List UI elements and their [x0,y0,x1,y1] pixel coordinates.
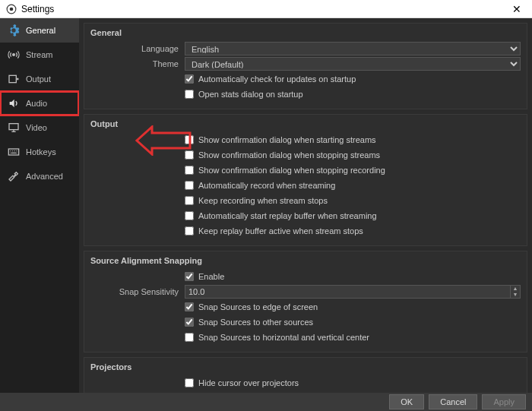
sidebar-item-label: Hotkeys [26,147,56,156]
section-snapping: Source Alignment Snapping Enable Snap Se… [84,251,527,353]
svg-point-2 [13,54,15,56]
broadcast-icon [8,49,20,61]
keep-recording-label: Keep recording when stream stops [198,196,328,205]
sidebar-item-label: Advanced [26,172,63,181]
theme-label: Theme [90,59,185,68]
keyboard-icon [8,146,20,158]
svg-rect-4 [9,124,18,130]
app-logo-icon [6,4,17,14]
sidebar-item-audio[interactable]: Audio [0,91,79,115]
sidebar-item-video[interactable]: Video [0,115,79,140]
confirm-stop-checkbox[interactable] [185,150,194,160]
apply-button[interactable]: Apply [482,394,526,409]
sidebar-item-advanced[interactable]: Advanced [0,164,79,188]
snap-sensitivity-label: Snap Sensitivity [90,287,185,296]
monitor-icon [8,122,20,134]
open-stats-checkbox[interactable] [185,90,194,99]
chevron-up-icon[interactable]: ▲ [511,286,520,292]
sidebar-item-general[interactable]: General [0,18,79,43]
output-icon [8,73,20,85]
speaker-icon [8,97,20,109]
svg-point-1 [10,7,14,11]
svg-rect-5 [8,149,18,155]
gear-icon [8,24,20,36]
snap-enable-label: Enable [198,272,224,281]
sidebar-item-hotkeys[interactable]: Hotkeys [0,140,79,164]
sidebar-item-label: Video [26,123,47,132]
snap-sensitivity-spinner[interactable]: ▲▼ [510,285,521,299]
auto-record-label: Automatically record when streaming [198,181,335,190]
proj-hide-cursor-checkbox[interactable] [185,378,194,387]
theme-select[interactable]: Dark (Default) [185,57,521,71]
svg-rect-3 [9,75,16,82]
snap-center-checkbox[interactable] [185,333,194,342]
snap-other-label: Snap Sources to other sources [198,318,313,327]
confirm-stop-rec-label: Show confirmation dialog when stopping r… [198,166,385,175]
footer: OK Cancel Apply [0,393,532,411]
auto-update-checkbox[interactable] [185,74,194,84]
confirm-stop-label: Show confirmation dialog when stopping s… [198,150,380,160]
sidebar: General Stream Output Audio Video Hotkey… [0,18,79,393]
section-general: General Language English Theme Dark (Def… [84,23,527,109]
proj-hide-cursor-label: Hide cursor over projectors [198,378,299,387]
snap-enable-checkbox[interactable] [185,272,194,281]
section-output: Output Show confirmation dialog when sta… [84,114,527,246]
language-select[interactable]: English [185,42,521,55]
sidebar-item-label: General [26,26,55,35]
cancel-button[interactable]: Cancel [429,394,477,409]
auto-record-checkbox[interactable] [185,181,194,190]
snap-edge-checkbox[interactable] [185,302,194,311]
ok-button[interactable]: OK [389,394,424,409]
language-label: Language [90,44,185,53]
keep-replay-label: Keep replay buffer active when stream st… [198,226,363,236]
confirm-start-label: Show confirmation dialog when starting s… [198,135,376,144]
section-title: General [90,28,521,37]
sidebar-item-output[interactable]: Output [0,67,79,91]
close-icon[interactable]: ✕ [508,2,526,17]
section-title: Projectors [90,362,521,371]
sidebar-item-label: Output [26,74,51,84]
confirm-start-checkbox[interactable] [185,135,194,144]
snap-sensitivity-input[interactable] [185,285,510,299]
section-title: Source Alignment Snapping [90,256,521,265]
titlebar: Settings ✕ [0,0,532,18]
auto-replay-label: Automatically start replay buffer when s… [198,211,377,220]
confirm-stop-rec-checkbox[interactable] [185,166,194,175]
snap-center-label: Snap Sources to horizontal and vertical … [198,333,369,342]
snap-edge-label: Snap Sources to edge of screen [198,302,318,311]
sidebar-item-stream[interactable]: Stream [0,43,79,67]
auto-update-label: Automatically check for updates on start… [198,74,356,84]
open-stats-label: Open stats dialog on startup [198,90,303,99]
snap-other-checkbox[interactable] [185,318,194,327]
sidebar-item-label: Stream [26,50,52,59]
main-panel: General Language English Theme Dark (Def… [79,18,532,393]
tools-icon [8,170,20,182]
keep-replay-checkbox[interactable] [185,226,194,236]
keep-recording-checkbox[interactable] [185,196,194,205]
auto-replay-checkbox[interactable] [185,211,194,220]
section-projectors: Projectors Hide cursor over projectors M… [84,357,527,393]
chevron-down-icon[interactable]: ▼ [511,292,520,298]
window-title: Settings [21,4,508,14]
sidebar-item-label: Audio [26,99,47,108]
section-title: Output [90,119,521,128]
